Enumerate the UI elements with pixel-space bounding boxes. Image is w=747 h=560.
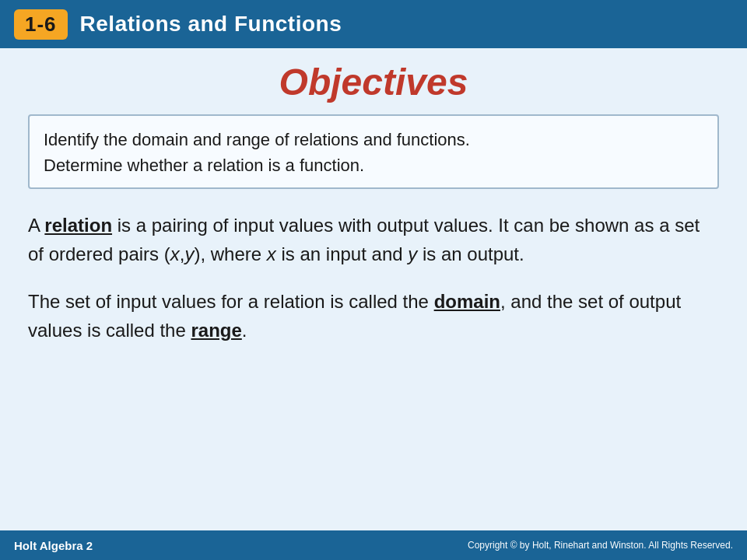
keyword-relation: relation xyxy=(44,215,112,236)
footer-brand: Holt Algebra 2 xyxy=(14,539,93,552)
footer-copyright: Copyright © by Holt, Rinehart and Winsto… xyxy=(468,540,733,551)
keyword-range: range xyxy=(191,320,241,341)
var-x1: x xyxy=(170,243,180,264)
paragraph-domain-range: The set of input values for a relation i… xyxy=(28,287,719,345)
objectives-title: Objectives xyxy=(28,62,719,103)
header: 1-6 Relations and Functions xyxy=(0,0,747,48)
footer: Holt Algebra 2 Copyright © by Holt, Rine… xyxy=(0,530,747,560)
lesson-badge: 1-6 xyxy=(14,9,68,40)
var-y2: y xyxy=(408,243,417,264)
header-title: Relations and Functions xyxy=(80,12,342,37)
paragraph-relation: A relation is a pairing of input values … xyxy=(28,211,719,268)
objective-item-2: Determine whether a relation is a functi… xyxy=(44,152,703,178)
objectives-box: Identify the domain and range of relatio… xyxy=(28,114,719,189)
page-container: 1-6 Relations and Functions Objectives I… xyxy=(0,0,747,560)
var-y1: y xyxy=(184,243,194,264)
keyword-domain: domain xyxy=(434,291,500,312)
main-content: Objectives Identify the domain and range… xyxy=(0,48,747,530)
objective-item-1: Identify the domain and range of relatio… xyxy=(44,127,703,152)
var-x2: x xyxy=(267,243,276,264)
